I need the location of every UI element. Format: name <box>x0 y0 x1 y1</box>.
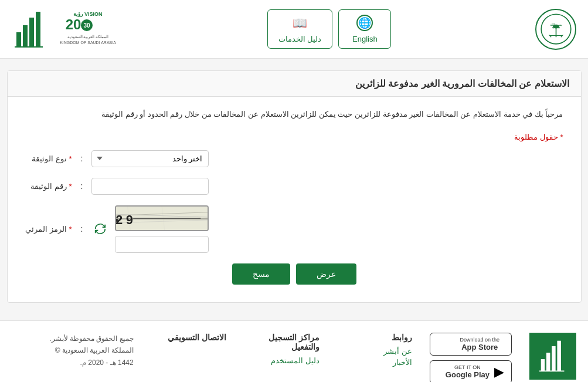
footer: Download on the App Store ▶ GET IT ON Go… <box>0 320 588 382</box>
main-content: الاستعلام عن المخالفات المرورية الغير مد… <box>7 70 582 303</box>
footer-contact-section: الاتصال التسويقي <box>145 333 226 369</box>
svg-rect-18 <box>23 25 28 47</box>
book-icon: 📖 <box>292 15 308 31</box>
captcha-image: ↗ 3429 <box>115 205 209 231</box>
google-play-text: GET IT ON Google Play <box>446 364 490 379</box>
footer-reg-link1[interactable]: دليل المستخدم <box>238 356 319 365</box>
svg-text:30: 30 <box>83 22 90 29</box>
doc-num-required-star: * <box>69 182 72 191</box>
header-center: 🌐 English 📖 دليل الخدمات <box>267 9 392 49</box>
header-left: VISION رؤية 20 30 المملكة العربية السعود… <box>12 9 123 50</box>
svg-rect-31 <box>546 353 549 371</box>
english-button[interactable]: 🌐 English <box>338 9 391 49</box>
app-store-button[interactable]: Download on the App Store <box>430 333 512 356</box>
header: بسم الله 🌐 English 📖 دليل الخدمات <box>0 0 588 59</box>
svg-text:20: 20 <box>66 16 81 32</box>
captcha-colon: : <box>78 224 86 234</box>
svg-text:KINGDOM OF SAUDI ARABIA: KINGDOM OF SAUDI ARABIA <box>60 40 116 45</box>
svg-rect-19 <box>29 18 34 47</box>
saudi-logo: بسم الله <box>535 9 576 50</box>
doc-type-select[interactable]: اختر واحد جواز سفر إقامة بطاقة هوية <box>91 150 209 167</box>
footer-links-section: روابط عن أبشر الأخبار <box>331 333 412 369</box>
svg-rect-33 <box>557 340 560 371</box>
doc-type-colon: : <box>78 154 86 163</box>
doc-type-required-star: * <box>69 154 72 163</box>
footer-contact-title: الاتصال التسويقي <box>145 333 226 342</box>
copyright-text: جميع الحقوق محفوظة لأبشر. <box>12 333 134 344</box>
svg-rect-32 <box>552 346 555 371</box>
google-play-icon: ▶ <box>494 364 504 380</box>
svg-text:3429: 3429 <box>116 214 136 228</box>
rights-text: المملكة العربية السعودية © <box>12 344 134 356</box>
footer-link-news[interactable]: الأخبار <box>331 358 412 367</box>
footer-abshir-logo <box>529 333 576 380</box>
required-note: * حقول مطلوبة <box>25 133 563 141</box>
globe-icon: 🌐 <box>356 15 373 31</box>
captcha-row: ↗ 3429 : * الرمز المرئي <box>25 205 563 253</box>
doc-num-colon: : <box>78 181 86 191</box>
footer-apps: Download on the App Store ▶ GET IT ON Go… <box>430 333 512 382</box>
footer-main: روابط عن أبشر الأخبار مراكز التسجيل والت… <box>12 333 412 369</box>
app-store-text: Download on the App Store <box>460 337 499 351</box>
form-actions: عرض مسح <box>25 263 563 285</box>
google-play-small-text: GET IT ON <box>446 364 490 370</box>
captcha-required-star: * <box>69 225 72 234</box>
form-container: مرحباً بك في خدمة الاستعلام عن المخالفات… <box>8 97 581 302</box>
doc-type-label: * نوع الوثيقة <box>25 154 72 163</box>
google-play-large-text: Google Play <box>446 370 490 379</box>
welcome-text: مرحباً بك في خدمة الاستعلام عن المخالفات… <box>25 109 563 121</box>
refresh-captcha-button[interactable] <box>91 220 109 238</box>
english-label: English <box>352 35 378 43</box>
view-button[interactable]: عرض <box>296 263 356 285</box>
footer-reg-title: مراكز التسجيل والتفعيل <box>238 333 319 351</box>
services-guide-button[interactable]: 📖 دليل الخدمات <box>267 9 333 49</box>
svg-rect-30 <box>541 359 544 371</box>
google-play-button[interactable]: ▶ GET IT ON Google Play <box>430 360 512 382</box>
services-label: دليل الخدمات <box>278 35 322 43</box>
app-store-large-text: App Store <box>460 343 499 351</box>
abshir-logo <box>12 9 47 50</box>
page-title: الاستعلام عن المخالفات المرورية الغير مد… <box>8 71 581 97</box>
svg-rect-17 <box>16 32 21 47</box>
doc-num-label: * رقم الوثيقة <box>25 182 72 191</box>
doc-num-input[interactable] <box>91 178 209 195</box>
footer-links-title: روابط <box>331 333 412 342</box>
doc-type-row: اختر واحد جواز سفر إقامة بطاقة هوية : * … <box>25 150 563 167</box>
captcha-input[interactable] <box>115 236 209 253</box>
footer-link-about[interactable]: عن أبشر <box>331 347 412 356</box>
svg-text:المملكة العربية السعودية: المملكة العربية السعودية <box>67 35 109 39</box>
captcha-label: * الرمز المرئي <box>25 225 72 234</box>
clear-button[interactable]: مسح <box>232 263 290 285</box>
svg-rect-20 <box>36 12 40 47</box>
year-text: 1442 هـ - 2020 م. <box>12 357 134 369</box>
footer-copyright: جميع الحقوق محفوظة لأبشر. المملكة العربي… <box>12 333 134 369</box>
header-right: بسم الله <box>535 9 576 50</box>
footer-reg-section: مراكز التسجيل والتفعيل دليل المستخدم <box>238 333 319 369</box>
vision-2030-logo: VISION رؤية 20 30 المملكة العربية السعود… <box>53 9 123 50</box>
doc-num-row: : * رقم الوثيقة <box>25 178 563 195</box>
app-store-small-text: Download on the <box>460 337 499 343</box>
